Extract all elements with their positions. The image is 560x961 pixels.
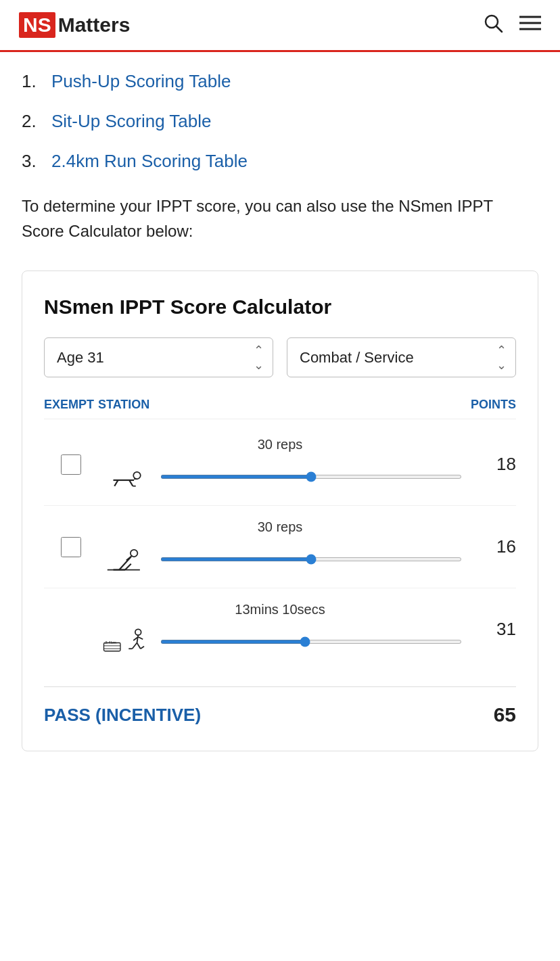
situp-points: 16 [462, 536, 516, 557]
pushup-slider[interactable] [160, 475, 462, 479]
pushup-label: 30 reps [258, 437, 303, 452]
toc-link-situp[interactable]: Sit-Up Scoring Table [51, 111, 212, 132]
svg-line-6 [114, 480, 118, 486]
situp-slider[interactable] [160, 557, 462, 561]
toc-num-2: 2. [22, 111, 51, 132]
main-content: 1. Push-Up Scoring Table 2. Sit-Up Scori… [0, 52, 560, 770]
svg-line-1 [496, 26, 502, 32]
logo: NS Matters [19, 12, 130, 38]
toc-num-3: 3. [22, 151, 51, 172]
run-slider-container [160, 634, 462, 647]
header-icons [483, 13, 541, 38]
pushup-figure-icon [101, 459, 149, 492]
result-divider [44, 686, 516, 687]
svg-line-26 [141, 647, 144, 649]
svg-line-7 [129, 480, 133, 486]
result-label: PASS (INCENTIVE) [44, 705, 201, 726]
toc-item-run: 3. 2.4km Run Scoring Table [22, 151, 538, 172]
svg-line-14 [125, 564, 131, 570]
search-button[interactable] [483, 13, 503, 38]
svg-line-28 [138, 637, 143, 640]
situp-exempt-checkbox[interactable] [61, 537, 81, 557]
search-icon [483, 13, 503, 33]
situp-icon-slider [98, 542, 462, 574]
situp-content: 30 reps [98, 519, 462, 574]
svg-line-12 [119, 557, 131, 570]
service-select[interactable]: Combat / Service Combat Service Vocation [287, 337, 516, 377]
svg-line-22 [137, 636, 139, 643]
calculator-card: NSmen IPPT Score Calculator Age 22 Age 2… [22, 271, 538, 751]
pushup-exempt-checkbox[interactable] [61, 454, 81, 475]
age-select[interactable]: Age 22 Age 25 Age 28 Age 31 Age 35 Age 4… [44, 337, 273, 377]
pushup-row: 30 reps [44, 423, 516, 506]
situp-row: 30 reps [44, 506, 516, 588]
run-label: 13mins 10secs [235, 602, 325, 617]
svg-line-25 [137, 643, 141, 649]
run-points: 31 [462, 619, 516, 640]
toc-link-run[interactable]: 2.4km Run Scoring Table [51, 151, 248, 172]
header: NS Matters [0, 0, 560, 52]
situp-label: 30 reps [258, 519, 303, 535]
result-row: PASS (INCENTIVE) 65 [44, 701, 516, 729]
calculator-title: NSmen IPPT Score Calculator [44, 296, 516, 319]
svg-point-21 [135, 630, 141, 636]
col-station-label: STATION [98, 398, 462, 412]
pushup-content: 30 reps [98, 437, 462, 492]
col-exempt-label: EXEMPT [44, 398, 98, 412]
pushup-points: 18 [462, 454, 516, 475]
run-figure-icon: 2.4km [101, 624, 149, 657]
pushup-icon-slider [98, 459, 462, 492]
run-slider[interactable] [160, 640, 462, 644]
situp-figure-icon [101, 542, 149, 574]
svg-point-9 [133, 472, 141, 479]
logo-matters: Matters [58, 14, 131, 37]
selects-row: Age 22 Age 25 Age 28 Age 31 Age 35 Age 4… [44, 337, 516, 377]
logo-ns: NS [19, 12, 55, 38]
col-points-label: POINTS [462, 398, 516, 412]
run-icon: 2.4km [98, 624, 152, 657]
hamburger-icon [519, 15, 541, 31]
service-select-wrapper: Combat / Service Combat Service Vocation… [287, 337, 516, 377]
age-select-wrapper: Age 22 Age 25 Age 28 Age 31 Age 35 Age 4… [44, 337, 273, 377]
toc-item-situp: 2. Sit-Up Scoring Table [22, 111, 538, 132]
situp-slider-container [160, 552, 462, 564]
pushup-icon [98, 459, 152, 492]
toc-list: 1. Push-Up Scoring Table 2. Sit-Up Scori… [22, 71, 538, 172]
pushup-slider-container [160, 469, 462, 482]
svg-line-23 [133, 643, 137, 649]
toc-item-pushup: 1. Push-Up Scoring Table [22, 71, 538, 92]
result-value: 65 [494, 703, 516, 726]
toc-link-pushup[interactable]: Push-Up Scoring Table [51, 71, 231, 92]
toc-num-1: 1. [22, 71, 51, 92]
table-header: EXEMPT STATION POINTS [44, 398, 516, 419]
description-text: To determine your IPPT score, you can al… [22, 193, 538, 243]
run-icon-slider: 2.4km [98, 624, 462, 657]
svg-text:2.4km: 2.4km [105, 640, 116, 645]
situp-icon [98, 542, 152, 574]
menu-button[interactable] [519, 15, 541, 36]
pushup-exempt-checkbox-wrapper [44, 454, 98, 475]
run-row: 13mins 10secs 2.4km [44, 588, 516, 670]
run-content: 13mins 10secs 2.4km [98, 602, 462, 657]
situp-exempt-checkbox-wrapper [44, 537, 98, 557]
